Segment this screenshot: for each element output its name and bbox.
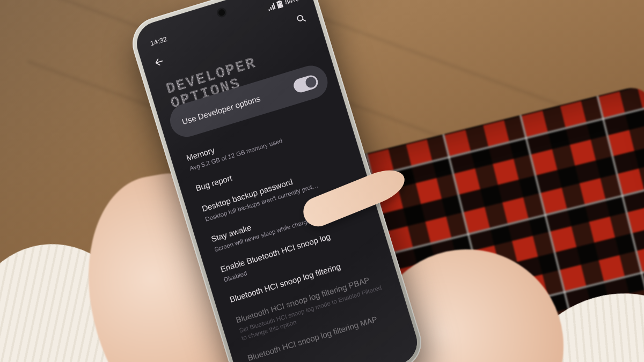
battery-icon (276, 0, 284, 9)
cellular-signal-icon (267, 3, 276, 11)
search-button[interactable] (291, 9, 310, 28)
status-time: 14:32 (149, 35, 168, 48)
battery-percentage: 84% (284, 0, 299, 6)
svg-point-0 (297, 15, 303, 21)
setting-bluetooth-hci-filtering-pbap[interactable]: Bluetooth HCI snoop log filtering PBAP S… (235, 271, 389, 342)
switch-on-icon[interactable] (292, 73, 320, 94)
back-button[interactable] (150, 53, 169, 71)
